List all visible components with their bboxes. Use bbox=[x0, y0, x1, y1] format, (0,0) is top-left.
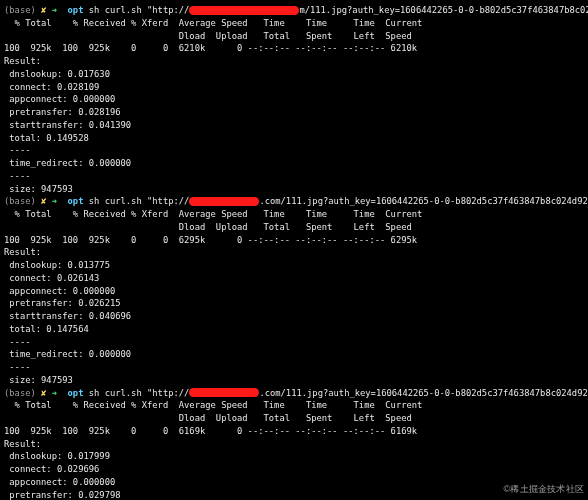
metric-line: ---- bbox=[4, 144, 582, 157]
metric-line: connect: 0.029696 bbox=[4, 463, 582, 476]
arrow-icon: ➜ bbox=[52, 388, 57, 398]
command-url: .com/111.jpg?auth_key=1606442265-0-0-b80… bbox=[259, 388, 588, 398]
status-icon: ✘ bbox=[41, 388, 46, 398]
command-url: m/111.jpg?auth_key=1606442265-0-0-b802d5… bbox=[299, 5, 588, 15]
metric-line: dnslookup: 0.017999 bbox=[4, 450, 582, 463]
metric-line: pretransfer: 0.029798 bbox=[4, 489, 582, 501]
curl-header-1: % Total % Received % Xferd Average Speed… bbox=[4, 399, 582, 412]
curl-header-2: Dload Upload Total Spent Left Speed bbox=[4, 412, 582, 425]
metric-line: connect: 0.028109 bbox=[4, 81, 582, 94]
metric-line: pretransfer: 0.028196 bbox=[4, 106, 582, 119]
status-icon: ✘ bbox=[41, 196, 46, 206]
metric-line: ---- bbox=[4, 336, 582, 349]
prompt-line[interactable]: (base) ✘ ➜ opt sh curl.sh "http://.com/1… bbox=[4, 387, 582, 400]
curl-header-2: Dload Upload Total Spent Left Speed bbox=[4, 30, 582, 43]
curl-header-2: Dload Upload Total Spent Left Speed bbox=[4, 221, 582, 234]
metric-line: appconnect: 0.000000 bbox=[4, 476, 582, 489]
env-label: (base) bbox=[4, 5, 36, 15]
redaction-mark bbox=[189, 6, 299, 15]
metric-line: dnslookup: 0.013775 bbox=[4, 259, 582, 272]
redaction-mark bbox=[189, 197, 259, 206]
cwd-label: opt bbox=[68, 5, 84, 15]
cwd-label: opt bbox=[68, 196, 84, 206]
watermark-text: ©稀土掘金技术社区 bbox=[504, 483, 584, 496]
metric-line: time_redirect: 0.000000 bbox=[4, 348, 582, 361]
metric-line: pretransfer: 0.026215 bbox=[4, 297, 582, 310]
status-icon: ✘ bbox=[41, 5, 46, 15]
metric-line: size: 947593 bbox=[4, 374, 582, 387]
result-label: Result: bbox=[4, 55, 582, 68]
prompt-line[interactable]: (base) ✘ ➜ opt sh curl.sh "http://m/111.… bbox=[4, 4, 582, 17]
command-text: sh curl.sh "http:// bbox=[89, 5, 190, 15]
metric-line: time_redirect: 0.000000 bbox=[4, 157, 582, 170]
result-label: Result: bbox=[4, 246, 582, 259]
curl-progress: 100 925k 100 925k 0 0 6210k 0 --:--:-- -… bbox=[4, 42, 582, 55]
curl-header-1: % Total % Received % Xferd Average Speed… bbox=[4, 208, 582, 221]
curl-progress: 100 925k 100 925k 0 0 6169k 0 --:--:-- -… bbox=[4, 425, 582, 438]
metric-line: connect: 0.026143 bbox=[4, 272, 582, 285]
command-url: .com/111.jpg?auth_key=1606442265-0-0-b80… bbox=[259, 196, 588, 206]
metric-line: dnslookup: 0.017630 bbox=[4, 68, 582, 81]
redaction-mark bbox=[189, 388, 259, 397]
metric-line: total: 0.149528 bbox=[4, 132, 582, 145]
metric-line: size: 947593 bbox=[4, 183, 582, 196]
command-text: sh curl.sh "http:// bbox=[89, 388, 190, 398]
prompt-line[interactable]: (base) ✘ ➜ opt sh curl.sh "http://.com/1… bbox=[4, 195, 582, 208]
metric-line: total: 0.147564 bbox=[4, 323, 582, 336]
terminal-output[interactable]: (base) ✘ ➜ opt sh curl.sh "http://m/111.… bbox=[0, 0, 588, 500]
cwd-label: opt bbox=[68, 388, 84, 398]
metric-line: starttransfer: 0.041390 bbox=[4, 119, 582, 132]
env-label: (base) bbox=[4, 196, 36, 206]
command-text: sh curl.sh "http:// bbox=[89, 196, 190, 206]
result-label: Result: bbox=[4, 438, 582, 451]
metric-line: starttransfer: 0.040696 bbox=[4, 310, 582, 323]
metric-line: ---- bbox=[4, 170, 582, 183]
curl-header-1: % Total % Received % Xferd Average Speed… bbox=[4, 17, 582, 30]
metric-line: appconnect: 0.000000 bbox=[4, 93, 582, 106]
arrow-icon: ➜ bbox=[52, 5, 57, 15]
env-label: (base) bbox=[4, 388, 36, 398]
metric-line: appconnect: 0.000000 bbox=[4, 285, 582, 298]
curl-progress: 100 925k 100 925k 0 0 6295k 0 --:--:-- -… bbox=[4, 234, 582, 247]
metric-line: ---- bbox=[4, 361, 582, 374]
arrow-icon: ➜ bbox=[52, 196, 57, 206]
